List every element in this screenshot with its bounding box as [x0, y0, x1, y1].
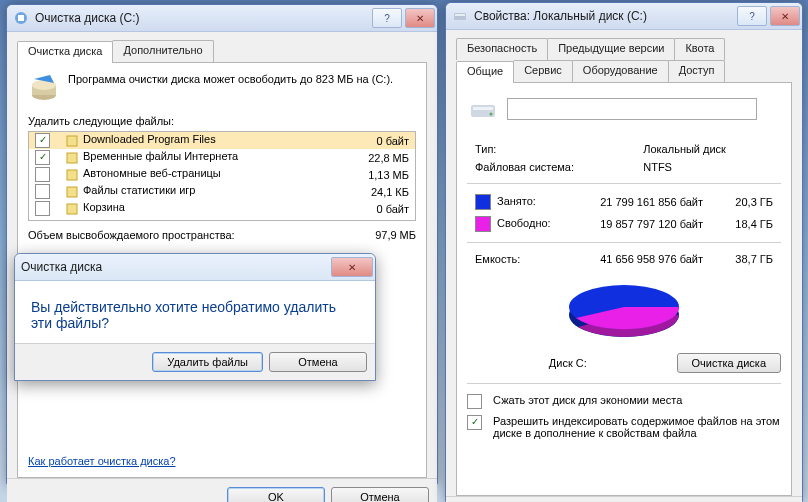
confirm-close-button[interactable]: ✕: [331, 257, 373, 277]
file-name: Временные файлы Интернета: [83, 150, 238, 162]
confirm-title: Очистка диска: [21, 260, 328, 274]
svg-rect-7: [67, 170, 77, 180]
index-checkbox[interactable]: ✓: [467, 415, 482, 430]
compress-checkbox[interactable]: [467, 394, 482, 409]
capacity-label: Емкость:: [469, 251, 561, 267]
delete-files-label: Удалить следующие файлы:: [28, 115, 416, 127]
free-gb: 18,4 ГБ: [711, 214, 779, 234]
drive-name-input[interactable]: [507, 98, 757, 120]
help-button[interactable]: ?: [372, 8, 402, 28]
svg-rect-5: [67, 136, 77, 146]
fs-value: NTFS: [637, 159, 779, 175]
file-name: Downloaded Program Files: [83, 133, 216, 145]
fs-label: Файловая система:: [469, 159, 635, 175]
confirm-delete-button[interactable]: Удалить файлы: [152, 352, 263, 372]
used-gb: 20,3 ГБ: [711, 192, 779, 212]
cleanup-titlebar: Очистка диска (C:) ? ✕: [7, 5, 437, 32]
cleanup-tabset: Очистка диска Дополнительно: [17, 40, 427, 63]
tab-hardware[interactable]: Оборудование: [572, 60, 669, 82]
confirm-cancel-button[interactable]: Отмена: [269, 352, 367, 372]
svg-point-14: [490, 113, 493, 116]
confirm-dialog: Очистка диска ✕ Вы действительно хотите …: [14, 253, 376, 381]
freed-space-value: 97,9 МБ: [375, 229, 416, 241]
cleanup-window: Очистка диска (C:) ? ✕ Очистка диска Доп…: [6, 4, 438, 484]
cleanup-ok-button[interactable]: OK: [227, 487, 325, 502]
compress-label: Сжать этот диск для экономии места: [493, 394, 781, 406]
capacity-gb: 38,7 ГБ: [711, 251, 779, 267]
index-label: Разрешить индексировать содержимое файло…: [493, 415, 781, 439]
svg-rect-11: [455, 14, 465, 16]
general-panel: Тип: Локальный диск Файловая система: NT…: [456, 83, 792, 496]
free-label: Свободно:: [497, 217, 551, 229]
file-checkbox[interactable]: [35, 167, 50, 182]
tab-service[interactable]: Сервис: [513, 60, 573, 82]
used-color-icon: [475, 194, 491, 210]
capacity-bytes: 41 656 958 976 байт: [563, 251, 709, 267]
file-checkbox[interactable]: [35, 201, 50, 216]
file-type-icon: [65, 202, 79, 216]
freed-space-label: Объем высвобождаемого пространства:: [28, 229, 367, 241]
cleanup-cancel-button[interactable]: Отмена: [331, 487, 429, 502]
close-button[interactable]: ✕: [405, 8, 435, 28]
file-size: 1,13 МБ: [343, 166, 415, 183]
properties-window: Свойства: Локальный диск (C:) ? ✕ Безопа…: [445, 2, 803, 502]
svg-rect-9: [67, 204, 77, 214]
used-label: Занято:: [497, 195, 536, 207]
file-type-icon: [65, 151, 79, 165]
confirm-message: Вы действительно хотите необратимо удали…: [31, 299, 359, 331]
type-value: Локальный диск: [637, 141, 779, 157]
drive-icon: [452, 8, 468, 24]
file-size: 0 байт: [343, 132, 415, 149]
used-bytes: 21 799 161 856 байт: [563, 192, 709, 212]
tab-access[interactable]: Доступ: [668, 60, 726, 82]
file-name: Автономные веб-страницы: [83, 167, 221, 179]
properties-titlebar: Свойства: Локальный диск (C:) ? ✕: [446, 3, 802, 30]
type-label: Тип:: [469, 141, 635, 157]
tab-cleanup[interactable]: Очистка диска: [17, 41, 113, 63]
tab-general[interactable]: Общие: [456, 61, 514, 83]
file-type-icon: [65, 185, 79, 199]
file-size: 24,1 КБ: [343, 183, 415, 200]
drive-label: Диск C:: [467, 357, 669, 369]
free-bytes: 19 857 797 120 байт: [563, 214, 709, 234]
svg-rect-6: [67, 153, 77, 163]
tab-security[interactable]: Безопасность: [456, 38, 548, 60]
file-list-row[interactable]: Корзина0 байт: [29, 200, 415, 217]
svg-rect-8: [67, 187, 77, 197]
properties-title: Свойства: Локальный диск (C:): [474, 9, 734, 23]
cleanup-titlebar-icon: [13, 10, 29, 26]
file-checkbox[interactable]: ✓: [35, 150, 50, 165]
file-checkbox[interactable]: ✓: [35, 133, 50, 148]
file-list[interactable]: ✓Downloaded Program Files0 байт✓Временны…: [28, 131, 416, 221]
file-list-row[interactable]: Файлы статистики игр24,1 КБ: [29, 183, 415, 200]
file-size: 0 байт: [343, 200, 415, 217]
props-help-button[interactable]: ?: [737, 6, 767, 26]
usage-pie-chart: [467, 275, 781, 347]
cleanup-tabpanel: Программа очистки диска может освободить…: [17, 63, 427, 478]
file-size: 22,8 МБ: [343, 149, 415, 166]
svg-rect-1: [18, 15, 24, 21]
drive-large-icon: [467, 93, 499, 125]
tab-additional[interactable]: Дополнительно: [112, 40, 213, 62]
file-list-row[interactable]: Автономные веб-страницы1,13 МБ: [29, 166, 415, 183]
free-color-icon: [475, 216, 491, 232]
file-name: Корзина: [83, 201, 125, 213]
svg-rect-13: [473, 107, 493, 110]
tab-previous-versions[interactable]: Предыдущие версии: [547, 38, 675, 60]
help-link[interactable]: Как работает очистка диска?: [28, 455, 176, 467]
file-checkbox[interactable]: [35, 184, 50, 199]
props-close-button[interactable]: ✕: [770, 6, 800, 26]
file-name: Файлы статистики игр: [83, 184, 195, 196]
disk-cleanup-icon: [28, 73, 60, 105]
file-type-icon: [65, 168, 79, 182]
file-type-icon: [65, 134, 79, 148]
cleanup-description: Программа очистки диска может освободить…: [68, 73, 416, 85]
cleanup-title: Очистка диска (C:): [35, 11, 369, 25]
disk-cleanup-button[interactable]: Очистка диска: [677, 353, 781, 373]
tab-quota[interactable]: Квота: [674, 38, 725, 60]
file-list-row[interactable]: ✓Временные файлы Интернета22,8 МБ: [29, 149, 415, 166]
file-list-row[interactable]: ✓Downloaded Program Files0 байт: [29, 132, 415, 149]
